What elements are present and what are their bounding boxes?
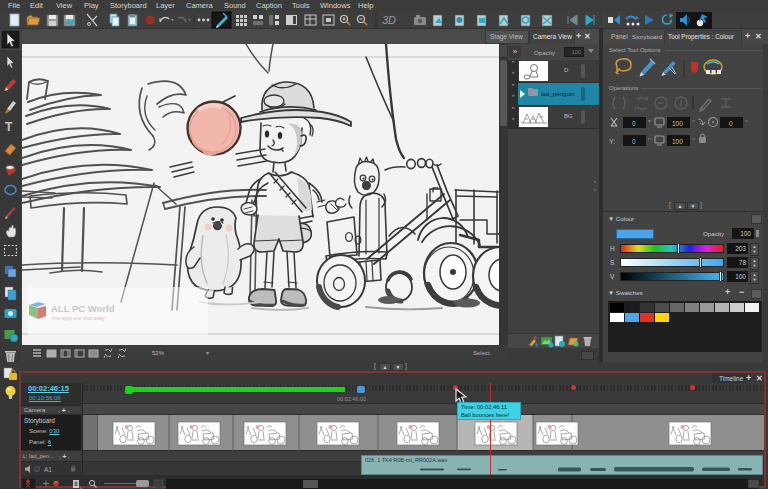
svg-text:100: 100	[672, 138, 683, 145]
svg-text:3D: 3D	[382, 14, 396, 26]
svg-text:free apps one click away: free apps one click away	[52, 316, 105, 321]
svg-text:ALL PC World: ALL PC World	[51, 303, 115, 314]
svg-text:0: 0	[729, 120, 733, 127]
svg-text:0: 0	[632, 138, 636, 145]
svg-text:Y:: Y:	[609, 138, 615, 145]
svg-text:0: 0	[632, 120, 636, 127]
svg-text:100: 100	[672, 120, 683, 127]
svg-text:A1: A1	[44, 466, 52, 473]
svg-text:T: T	[5, 120, 13, 134]
